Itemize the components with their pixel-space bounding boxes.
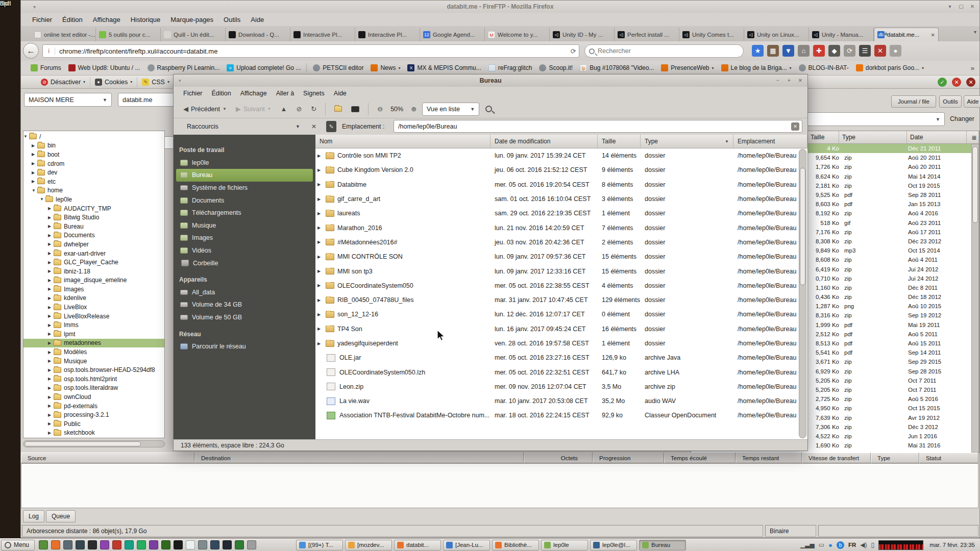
browser-tab[interactable]: Quill - Un édit... ✕ bbox=[161, 28, 226, 41]
menu-item[interactable]: Signets bbox=[299, 90, 329, 97]
sidebar-item[interactable]: Corbeille bbox=[176, 257, 313, 269]
expander-icon[interactable] bbox=[40, 197, 45, 202]
expander-icon[interactable]: ▶ bbox=[317, 182, 323, 187]
sidebar-item[interactable]: Documents bbox=[176, 194, 313, 207]
expander-icon[interactable] bbox=[48, 233, 54, 238]
shortcuts-selector[interactable]: Raccourcis ▼ ✕ bbox=[178, 123, 320, 130]
expander-icon[interactable] bbox=[48, 215, 54, 220]
expander-icon[interactable] bbox=[48, 368, 54, 372]
minimize-icon[interactable]: − bbox=[774, 77, 782, 85]
launcher-11[interactable] bbox=[161, 540, 170, 549]
refresh-button[interactable]: ↻ bbox=[307, 102, 320, 116]
sidebar-item[interactable]: Appareils bbox=[176, 273, 313, 286]
launcher-17[interactable] bbox=[235, 540, 244, 549]
battery-icon[interactable]: ▯ bbox=[871, 541, 875, 548]
keyboard-layout[interactable]: FR bbox=[848, 542, 856, 548]
browser-tab[interactable]: ◁ Unity ID - My ... ✕ bbox=[550, 28, 615, 41]
browser-tab[interactable]: ◁ Unity Comes t... ✕ bbox=[679, 28, 744, 41]
launcher-15[interactable] bbox=[210, 540, 219, 549]
browser-tab[interactable]: Interactive Pl... ✕ bbox=[355, 28, 420, 41]
expander-icon[interactable]: ▶ bbox=[317, 327, 323, 331]
sidebar-item[interactable]: lep0le bbox=[176, 157, 313, 169]
launcher-12[interactable] bbox=[174, 540, 183, 549]
location-input[interactable] bbox=[394, 123, 791, 130]
queue-col-type[interactable]: Type bbox=[871, 453, 919, 463]
file-row[interactable]: ▶ son_12_12-16 lun. 12 déc. 2016 12:07:1… bbox=[315, 307, 807, 321]
tree-item[interactable]: Musique bbox=[23, 357, 164, 366]
scrollbar-thumb[interactable] bbox=[972, 146, 978, 223]
bookmark-item[interactable]: Le blog de la Briga... ▾ bbox=[718, 63, 795, 72]
search-icon[interactable] bbox=[485, 106, 492, 112]
proxy-icon[interactable]: ● bbox=[890, 45, 901, 57]
remote-col-size[interactable]: Taille bbox=[807, 131, 839, 143]
browser-tab[interactable]: Interactive Pl... ✕ bbox=[290, 28, 355, 41]
error-icon[interactable]: ✕ bbox=[952, 78, 961, 87]
expander-icon[interactable] bbox=[48, 350, 54, 355]
tree-horizontal-scrollbar[interactable] bbox=[23, 440, 165, 447]
display-icon[interactable]: ▭ bbox=[819, 541, 824, 548]
tree-item[interactable]: boot bbox=[23, 150, 164, 159]
col-size[interactable]: Taille bbox=[598, 135, 641, 148]
location-bar[interactable]: ✕ bbox=[394, 120, 802, 133]
expander-icon[interactable] bbox=[48, 377, 54, 381]
file-row[interactable]: ▶ La vie.wav mar. 10 janv. 2017 20:53:08… bbox=[315, 394, 807, 408]
new-tab-button[interactable]: + bbox=[879, 28, 893, 40]
menu-item[interactable]: Historique bbox=[126, 16, 166, 23]
tree-item[interactable]: AUDACITY_TMP bbox=[23, 204, 164, 213]
menu-item[interactable]: Affichage bbox=[236, 90, 272, 97]
launcher-3[interactable] bbox=[63, 540, 72, 549]
expander-icon[interactable]: ▶ bbox=[317, 168, 323, 172]
tree-item[interactable]: exar-uart-driver bbox=[23, 249, 164, 258]
menu-item[interactable]: Aide bbox=[329, 90, 351, 97]
account-select[interactable]: MAISON MERE ▼ bbox=[24, 93, 112, 107]
bookmark-item[interactable]: News ▾ bbox=[367, 63, 404, 72]
journal-file-button[interactable]: Journal / file bbox=[891, 95, 936, 108]
browser-tab[interactable]: Download - Q... ✕ bbox=[226, 28, 290, 41]
launcher-8[interactable] bbox=[125, 540, 134, 549]
expander-icon[interactable] bbox=[48, 206, 54, 211]
minimize-icon[interactable]: ▾ bbox=[946, 3, 954, 11]
file-row[interactable]: ▶ #Métadonnées2016# jeu. 03 nov. 2016 20… bbox=[315, 235, 807, 249]
bookmark-item[interactable]: v Upload complete! Go ... ▾ bbox=[223, 63, 304, 72]
expander-icon[interactable] bbox=[48, 323, 54, 328]
file-row[interactable]: ▶ MMI CONTRÔLE SON lun. 09 janv. 2017 09… bbox=[315, 249, 807, 264]
queue-col-speed[interactable]: Vitesse de transfert bbox=[802, 453, 871, 463]
tree-item[interactable]: LiveBlox bbox=[23, 303, 164, 312]
expander-icon[interactable] bbox=[32, 179, 37, 184]
queue-col-bytes[interactable]: Octets bbox=[524, 453, 593, 463]
forward-button[interactable]: ▶ Suivant ▼ bbox=[232, 102, 275, 116]
expander-icon[interactable]: ▶ bbox=[317, 154, 323, 158]
expander-icon[interactable]: ▶ bbox=[317, 255, 323, 259]
system-monitor-graph[interactable] bbox=[878, 540, 923, 550]
bookmark-item[interactable]: BLOG-IN-BAT- ▾ bbox=[795, 63, 852, 72]
zoom-in-button[interactable]: ⊕ bbox=[407, 102, 420, 116]
valid-check-icon[interactable]: ✓ bbox=[938, 78, 947, 87]
launcher-9[interactable] bbox=[137, 540, 146, 549]
network-signal-icon[interactable]: ▁▃▅ bbox=[800, 541, 815, 548]
expander-icon[interactable] bbox=[48, 260, 54, 265]
col-date[interactable]: Date de modification bbox=[491, 135, 598, 148]
launcher-4[interactable] bbox=[76, 540, 85, 549]
edit-location-button[interactable]: ✎ bbox=[326, 121, 336, 132]
url-bar[interactable]: i ⟳ bbox=[42, 44, 579, 58]
home-icon[interactable]: ⌂ bbox=[798, 45, 810, 57]
expander-icon[interactable]: ▶ bbox=[317, 211, 323, 216]
back-button[interactable]: ← bbox=[23, 43, 39, 59]
tree-item[interactable]: etc bbox=[23, 177, 164, 186]
briefcase-icon[interactable]: ▦ bbox=[767, 45, 779, 57]
remote-scrollbar[interactable] bbox=[971, 144, 979, 453]
file-row[interactable]: ▶ Databitme mer. 05 oct. 2016 19:20:54 C… bbox=[315, 178, 807, 192]
expander-icon[interactable] bbox=[48, 242, 54, 246]
volume-icon[interactable]: ◀) bbox=[860, 541, 867, 548]
expander-icon[interactable] bbox=[48, 305, 54, 310]
expander-icon[interactable] bbox=[48, 269, 54, 273]
search-bar[interactable] bbox=[584, 44, 744, 58]
bookmark-item[interactable]: reFrag:glitch ▾ bbox=[485, 63, 536, 72]
taskbar-window-button[interactable]: Bibliothè... bbox=[492, 540, 539, 550]
expander-icon[interactable] bbox=[32, 170, 37, 175]
tree-item[interactable]: cdrom bbox=[23, 159, 164, 168]
reload-icon[interactable]: ⟳ bbox=[568, 47, 579, 55]
file-list-scrollbar[interactable] bbox=[799, 149, 806, 438]
expander-icon[interactable] bbox=[32, 143, 37, 148]
addon-icon[interactable]: ✚ bbox=[813, 45, 825, 57]
